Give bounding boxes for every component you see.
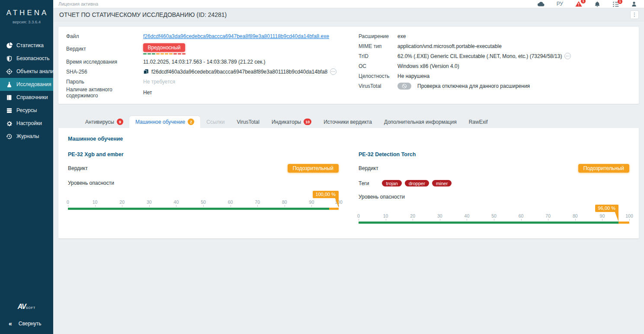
info-row: Наличие активного содержимогоНет (66, 87, 339, 99)
info-value: Проверка отключена для данного расширени… (397, 83, 530, 90)
info-value: Не нарушена (397, 73, 429, 79)
info-row: ПарольНе требуется (66, 77, 339, 87)
tab-label: Дополнительная информация (384, 119, 457, 125)
gauge-tick-mark (68, 205, 68, 207)
sidebar-item-journals[interactable]: Журналы (0, 130, 53, 143)
info-value: f26dcdf460a3da96cedebca9baccca6947bea8f8… (143, 33, 329, 39)
gauge-track-green (68, 208, 329, 210)
gauge-tick-label: 70 (545, 213, 551, 218)
info-row: ВердиктВредоносный (66, 41, 339, 57)
tab-индикаторы[interactable]: Индикаторы10 (266, 116, 317, 128)
severity-dash (165, 53, 168, 55)
gauge-tick-label: 60 (228, 199, 233, 205)
gauge-tick-label: 80 (282, 199, 287, 205)
danger-level-gauge: 010203040506070809010096,00 % (359, 205, 629, 225)
app-logo: ATHENA версия: 3.3.6.4 (0, 0, 53, 24)
gauge-track (68, 208, 339, 210)
copy-icon[interactable] (143, 69, 149, 74)
sidebar-item-settings[interactable]: Настройки (0, 117, 53, 130)
info-text: Windows x86 (Version 4.0) (397, 63, 459, 69)
gauge-tick-label: 20 (410, 213, 415, 218)
severity-dash (156, 53, 160, 55)
sidebar-item-research[interactable]: Исследования (0, 78, 53, 91)
sidebar-item-directories[interactable]: Справочники (0, 91, 53, 104)
hash-more-button[interactable]: ··· (330, 68, 336, 75)
gauge-tick-mark (257, 205, 258, 207)
report-tabs-block: Антивирусы9Машинное обучение2СсылкиVirus… (58, 116, 639, 238)
sidebar-item-analysis-objects[interactable]: Объекты анализа (0, 65, 53, 78)
ml-verdict-label: Вердикт (68, 165, 88, 171)
tab-badge: 10 (304, 119, 311, 125)
tab-rawexif[interactable]: RawExif (463, 116, 494, 128)
flask-icon (6, 81, 13, 88)
gauge-tick-mark (203, 205, 204, 207)
notifications-icon[interactable] (594, 1, 600, 7)
gauge-value-tooltip: 96,00 % (595, 205, 618, 212)
gauge-tick-label: 30 (437, 213, 442, 218)
page-title: ОТЧЕТ ПО СТАТИЧЕСКОМУ ИССЛЕДОВАНИЮ (ID: … (59, 11, 227, 18)
sidebar-item-label: Настройки (16, 120, 42, 126)
header-menu-button[interactable]: ⋮ (630, 10, 639, 19)
collapse-label: Свернуть (19, 321, 42, 327)
gauge-tick-mark (285, 205, 285, 207)
ml-panel: PE-32 Xgb and emberВердиктПодозрительный… (68, 151, 339, 225)
section-title: Машинное обучение (68, 136, 629, 142)
avsoft-logo: AVSOFT (0, 303, 53, 311)
info-row: Время исследования11.02.2025, 14:03:17.5… (66, 57, 339, 67)
sidebar: ATHENA версия: 3.3.6.4 СтатистикаБезопас… (0, 0, 53, 334)
trid-more-button[interactable]: ··· (564, 53, 571, 59)
info-text: Не требуется (143, 79, 175, 85)
tab-антивирусы[interactable]: Антивирусы9 (79, 116, 129, 128)
app-version: версия: 3.3.6.4 (3, 19, 51, 24)
ml-verdict-row: ВердиктПодозрительный (68, 164, 339, 173)
tab-virustotal[interactable]: VirusTotal (231, 116, 265, 128)
language-selector[interactable]: РУ (557, 1, 563, 7)
sidebar-item-security[interactable]: Безопасность (0, 52, 53, 65)
gauge-tick-mark (95, 205, 96, 207)
ml-level-label: Уровень опасности (68, 180, 339, 186)
ml-tags-row: Тегиtrojandropperminer (359, 180, 629, 186)
gauge-tick-label: 10 (93, 199, 98, 205)
ban-icon (402, 84, 407, 89)
gauge-tick-mark (602, 219, 602, 221)
ml-verdict-badge: Подозрительный (578, 164, 629, 173)
topbar-icons: РУ11 (537, 1, 637, 7)
info-value: Нет (143, 90, 152, 96)
collapse-chevrons-icon: « (9, 320, 12, 327)
gauge-tick-label: 0 (357, 213, 360, 218)
user-icon[interactable] (631, 1, 637, 7)
gauge-track (359, 222, 629, 224)
ml-tag: dropper (405, 180, 429, 186)
main-area: Лицензия активна РУ11 ОТЧЕТ ПО СТАТИЧЕСК… (53, 0, 644, 334)
gauge-tick-mark (149, 205, 150, 207)
ml-panel-title: PE-32 Detection Torch (359, 151, 629, 157)
sidebar-collapse-button[interactable]: « Свернуть (0, 318, 53, 331)
shield-icon (6, 55, 13, 62)
target-icon (6, 68, 13, 75)
tab-label: Ссылки (206, 119, 224, 125)
gauge-tick-label: 20 (119, 199, 125, 205)
tab-источники-вердикта[interactable]: Источники вердикта (317, 116, 378, 128)
tasks-icon[interactable]: 1 (612, 1, 619, 7)
avsoft-logo-sub: SOFT (26, 306, 36, 309)
sidebar-item-resources[interactable]: Ресурсы (0, 104, 53, 117)
sidebar-item-label: Статистика (16, 42, 44, 48)
tab-дополнительная-информация[interactable]: Дополнительная информация (378, 116, 463, 128)
sidebar-item-statistics[interactable]: Статистика (0, 39, 53, 52)
verdict-badge[interactable]: Вредоносный (143, 43, 185, 52)
ml-tags-label: Теги (359, 180, 369, 186)
severity-scale (143, 53, 186, 55)
gauge-tick-label: 100 (625, 213, 633, 218)
file-link[interactable]: f26dcdf460a3da96cedebca9baccca6947bea8f8… (143, 33, 329, 39)
cloud-icon[interactable] (537, 1, 545, 7)
tab-машинное-обучение[interactable]: Машинное обучение2 (129, 116, 200, 128)
tab-label: Машинное обучение (135, 119, 185, 125)
verdict-wrap: Вредоносный (143, 43, 186, 55)
gauge-tick-mark (440, 219, 440, 221)
gauge-tick-label: 50 (491, 213, 497, 218)
file-info-right-column: РасширениеexeMIME типapplication/vnd.mic… (359, 31, 631, 99)
gauge-tick-label: 60 (519, 213, 524, 218)
gauge-tick-mark (548, 219, 548, 221)
info-row: VirusTotalПроверка отключена для данного… (359, 81, 631, 91)
alerts-icon[interactable]: 1 (575, 1, 582, 7)
